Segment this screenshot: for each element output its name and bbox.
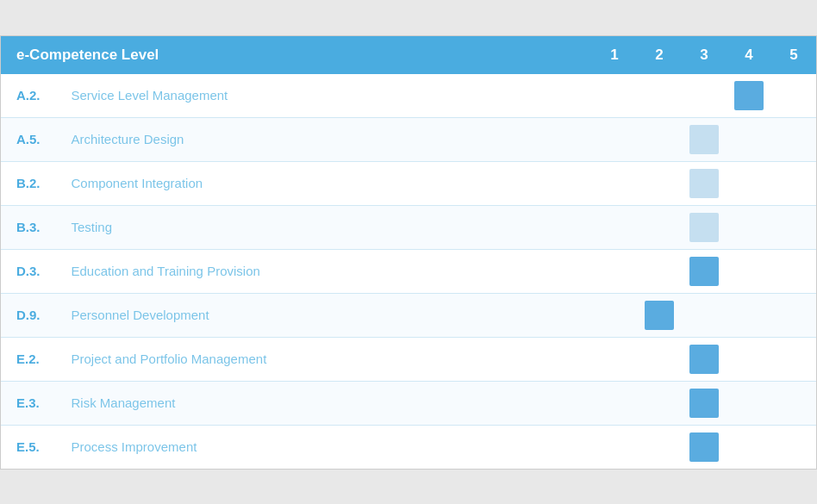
level-cell-1	[592, 161, 637, 205]
row-name: Component Integration	[56, 161, 592, 205]
level-cell-4	[727, 249, 771, 293]
level-cell-3	[682, 205, 727, 249]
level-indicator-strong	[689, 389, 719, 418]
level-cell-5	[771, 425, 816, 469]
level-indicator-empty	[734, 213, 764, 242]
level-cell-1	[592, 425, 637, 469]
level-indicator-empty	[645, 389, 674, 418]
level-cell-2	[637, 117, 682, 161]
level-cell-2	[637, 161, 682, 205]
level-indicator-empty	[645, 345, 674, 374]
level-indicator-empty	[734, 345, 764, 374]
level-cell-1	[592, 117, 637, 161]
row-code: D.9.	[1, 293, 56, 337]
competence-table: e-Competence Level 1 2 3 4 5 A.2.Service…	[1, 36, 816, 469]
level-indicator-empty	[600, 213, 629, 242]
level-cell-3	[682, 249, 727, 293]
level-indicator-strong	[734, 81, 764, 110]
level-cell-5	[771, 381, 816, 425]
level-indicator-empty	[734, 389, 764, 418]
level-cell-4	[727, 74, 771, 118]
table-row: D.3.Education and Training Provision	[1, 249, 816, 293]
level-indicator-empty	[600, 125, 629, 154]
level-indicator-empty	[689, 301, 719, 330]
level-indicator-empty	[779, 169, 808, 198]
row-name: Risk Management	[56, 381, 592, 425]
level-cell-3	[682, 381, 727, 425]
level-indicator-empty	[600, 257, 629, 286]
level-cell-1	[592, 205, 637, 249]
level-indicator-strong	[689, 257, 719, 286]
level-indicator-empty	[734, 301, 764, 330]
header-level-5: 5	[771, 36, 816, 74]
header-level-1: 1	[592, 36, 637, 74]
level-indicator-empty	[779, 301, 808, 330]
level-cell-2	[637, 74, 682, 118]
level-indicator-empty	[600, 345, 629, 374]
level-indicator-empty	[779, 389, 808, 418]
level-cell-4	[727, 293, 771, 337]
level-cell-3	[682, 337, 727, 381]
level-indicator-empty	[600, 81, 629, 110]
header-level-2: 2	[637, 36, 682, 74]
level-cell-3	[682, 425, 727, 469]
level-indicator-light	[689, 125, 719, 154]
level-cell-3	[682, 293, 727, 337]
row-name: Project and Portfolio Management	[56, 337, 592, 381]
level-cell-5	[771, 161, 816, 205]
level-cell-1	[592, 381, 637, 425]
level-indicator-empty	[689, 81, 719, 110]
level-indicator-empty	[600, 389, 629, 418]
level-indicator-empty	[645, 432, 674, 462]
table-row: D.9.Personnel Development	[1, 293, 816, 337]
level-cell-2	[637, 425, 682, 469]
row-name: Architecture Design	[56, 117, 592, 161]
header-competence-level: e-Competence Level	[1, 36, 592, 74]
table-row: E.3.Risk Management	[1, 381, 816, 425]
level-cell-2	[637, 249, 682, 293]
row-name: Service Level Management	[56, 74, 592, 118]
level-indicator-empty	[779, 345, 808, 374]
level-cell-3	[682, 161, 727, 205]
level-cell-1	[592, 293, 637, 337]
row-code: E.5.	[1, 425, 56, 469]
level-cell-1	[592, 74, 637, 118]
level-indicator-strong	[689, 432, 719, 462]
level-cell-3	[682, 117, 727, 161]
level-cell-1	[592, 337, 637, 381]
level-indicator-strong	[689, 345, 719, 374]
level-indicator-empty	[779, 81, 808, 110]
header-level-4: 4	[727, 36, 771, 74]
level-indicator-empty	[600, 169, 629, 198]
level-indicator-empty	[600, 301, 629, 330]
level-cell-5	[771, 117, 816, 161]
level-cell-3	[682, 74, 727, 118]
table-row: B.3.Testing	[1, 205, 816, 249]
header-level-3: 3	[682, 36, 727, 74]
row-name: Personnel Development	[56, 293, 592, 337]
level-indicator-empty	[734, 169, 764, 198]
row-code: A.2.	[1, 74, 56, 118]
level-indicator-empty	[600, 432, 629, 462]
level-cell-4	[727, 161, 771, 205]
competence-table-container: e-Competence Level 1 2 3 4 5 A.2.Service…	[0, 35, 817, 470]
level-cell-5	[771, 293, 816, 337]
table-row: B.2.Component Integration	[1, 161, 816, 205]
level-indicator-empty	[779, 125, 808, 154]
level-cell-4	[727, 337, 771, 381]
table-header-row: e-Competence Level 1 2 3 4 5	[1, 36, 816, 74]
row-name: Testing	[56, 205, 592, 249]
level-cell-4	[727, 425, 771, 469]
level-cell-4	[727, 117, 771, 161]
level-cell-5	[771, 337, 816, 381]
row-code: E.2.	[1, 337, 56, 381]
level-indicator-empty	[734, 257, 764, 286]
level-cell-1	[592, 249, 637, 293]
level-indicator-empty	[779, 213, 808, 242]
level-cell-4	[727, 381, 771, 425]
level-indicator-empty	[645, 213, 674, 242]
level-cell-5	[771, 74, 816, 118]
level-indicator-empty	[779, 432, 808, 462]
level-indicator-empty	[645, 125, 674, 154]
table-row: A.2.Service Level Management	[1, 74, 816, 118]
